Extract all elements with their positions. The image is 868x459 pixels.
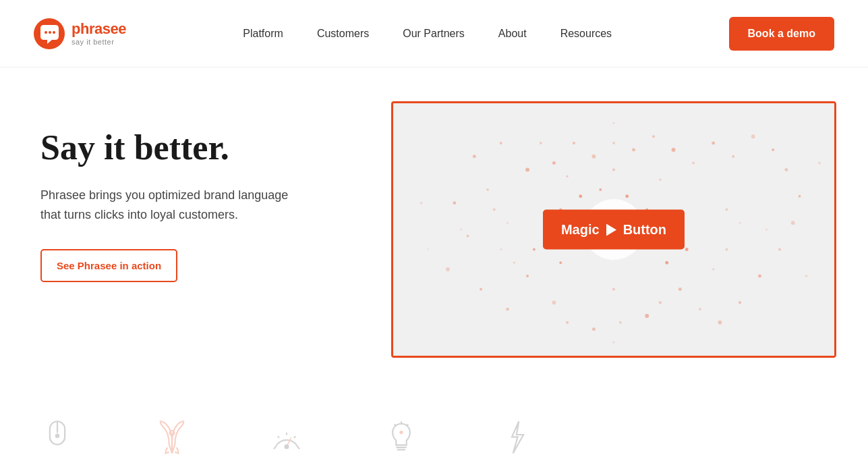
lightning-icon-item [499,418,533,459]
nav-item-about[interactable]: About [498,28,527,39]
logo[interactable]: phrasee say it better [34,18,126,49]
svg-point-13 [526,275,529,277]
hero-heading: Say it better. [40,128,351,167]
hero-right: Magic Button [391,101,836,358]
navbar: phrasee say it better Platform Customers… [0,0,868,68]
gauge-icon-item [270,418,303,459]
svg-point-44 [599,188,602,191]
svg-point-20 [678,288,682,291]
svg-line-91 [395,425,396,426]
svg-point-53 [665,261,668,265]
logo-text: phrasee say it better [71,21,126,45]
svg-point-40 [552,161,556,165]
svg-point-18 [645,314,649,318]
svg-point-70 [420,202,423,205]
book-demo-button[interactable]: Book a demo [729,17,834,51]
svg-point-19 [659,301,662,304]
see-phrasee-button[interactable]: See Phrasee in action [40,249,177,282]
svg-point-73 [613,342,615,344]
mouse-icon-item [40,418,74,459]
svg-point-8 [453,201,456,205]
svg-point-23 [739,301,741,304]
svg-point-38 [592,155,596,159]
svg-point-76 [56,435,59,437]
svg-point-32 [712,142,715,145]
logo-tagline: say it better [71,38,126,46]
svg-point-29 [772,148,774,151]
svg-line-84 [278,437,280,438]
svg-point-65 [712,269,714,271]
bottom-icons [0,405,868,459]
svg-point-31 [732,155,734,158]
svg-point-4 [473,155,476,158]
svg-point-30 [751,134,755,138]
svg-point-88 [399,431,403,434]
svg-point-26 [791,221,795,225]
svg-point-12 [506,308,509,311]
svg-point-71 [427,248,429,250]
nav-item-our-partners[interactable]: Our Partners [403,28,465,39]
svg-point-50 [533,248,536,251]
svg-point-67 [659,179,661,181]
svg-point-28 [784,168,788,171]
svg-point-56 [725,209,728,211]
rocket-icon-item [155,418,189,459]
svg-point-78 [170,431,175,435]
svg-point-45 [625,194,629,198]
video-container[interactable]: Magic Button [391,101,836,358]
svg-line-90 [407,425,409,426]
magic-button-text-magic: Magic [561,222,600,238]
svg-point-25 [778,248,781,251]
mouse-icon [40,418,74,459]
svg-line-81 [274,448,276,450]
gauge-icon [270,418,303,459]
logo-icon [34,18,65,49]
svg-point-37 [612,142,615,144]
svg-point-80 [285,445,289,448]
svg-point-59 [500,248,502,250]
svg-point-66 [567,176,569,178]
svg-point-43 [579,194,582,198]
svg-point-15 [566,321,569,324]
svg-point-6 [525,167,529,171]
magic-button[interactable]: Magic Button [543,210,685,250]
svg-point-61 [612,288,615,291]
nav-item-resources[interactable]: Resources [560,28,612,39]
svg-point-36 [632,148,635,151]
video-background: Magic Button [393,103,834,356]
magic-button-text-button: Button [623,222,666,238]
svg-point-55 [507,222,509,224]
svg-point-52 [559,261,562,264]
rocket-icon [155,418,189,459]
play-triangle-icon [606,223,616,236]
hero-subtext: Phrasee brings you optimized brand langu… [40,186,303,225]
svg-point-11 [480,288,482,291]
svg-point-41 [540,142,542,144]
svg-point-14 [552,300,556,304]
svg-point-64 [513,262,515,264]
svg-point-22 [718,321,722,325]
svg-point-68 [818,162,821,165]
svg-point-21 [699,308,701,310]
svg-point-1 [45,31,47,34]
svg-point-51 [685,248,689,251]
svg-point-69 [805,275,807,277]
svg-point-17 [619,321,622,324]
nav-item-customers[interactable]: Customers [317,28,369,39]
logo-name: phrasee [71,21,126,37]
svg-point-35 [652,135,655,138]
svg-point-39 [573,142,575,144]
svg-point-58 [725,248,728,251]
svg-point-3 [53,31,55,34]
svg-point-34 [672,148,676,152]
nav-links: Platform Customers Our Partners About Re… [243,28,612,40]
svg-point-57 [739,222,741,224]
svg-point-72 [613,122,615,124]
nav-item-platform[interactable]: Platform [243,28,283,39]
svg-point-16 [592,327,596,331]
svg-point-24 [758,274,761,277]
svg-point-27 [799,195,801,198]
svg-point-33 [692,162,695,165]
svg-line-85 [294,437,296,438]
svg-point-9 [467,235,469,238]
